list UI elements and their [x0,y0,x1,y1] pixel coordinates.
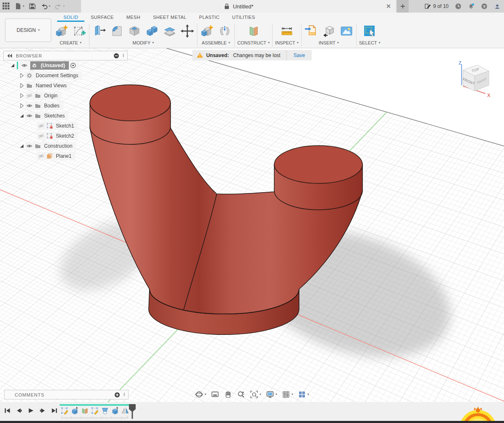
tree-collapsed-arrow-icon[interactable] [18,102,25,109]
pan-tool[interactable] [224,390,232,399]
hide-panel-icon[interactable] [113,52,120,59]
create-form-icon[interactable] [55,24,69,38]
visibility-visible-icon[interactable] [26,112,33,119]
insert-image-icon[interactable] [339,24,354,38]
tree-expanded-arrow-icon[interactable] [18,143,25,149]
timeline-feature-extrude-6[interactable] [111,407,119,415]
notifications-bell-icon[interactable] [468,3,475,10]
save-button[interactable] [29,3,36,10]
browser-item--unsaved-[interactable]: (Unsaved) [3,60,128,70]
visibility-hidden-icon[interactable] [38,153,45,159]
clock-icon[interactable] [455,3,462,10]
app-grid-button[interactable] [3,3,10,10]
ribbon-tab-plastic[interactable]: PLASTIC [193,13,226,22]
browser-item-sketch1[interactable]: Sketch1 [3,121,128,131]
measure-icon[interactable] [280,24,294,38]
browser-header[interactable]: BROWSER ‖ [3,51,128,60]
panel-grip[interactable]: ‖ [123,392,126,397]
browser-item-named-views[interactable]: Named Views [3,81,128,91]
ribbon-tab-surface[interactable]: SURFACE [84,13,120,22]
display-settings-tool[interactable]: ▾ [266,390,277,399]
promo-badge[interactable] [458,407,498,421]
create-sketch-icon[interactable] [72,24,87,38]
design-menu-button[interactable]: DESIGN ▾ [5,18,51,42]
timeline-feature-mirror-7[interactable] [121,407,129,415]
fit-tool[interactable]: ▾ [250,390,261,399]
inspect-menu[interactable]: INSPECT▾ [275,40,299,45]
job-status[interactable]: 9 of 10 [425,3,449,10]
visibility-visible-icon[interactable] [26,143,33,149]
undo-button[interactable]: ▾ [40,3,50,10]
play-button[interactable] [28,407,34,414]
orbit-tool[interactable]: ▾ [195,390,206,399]
joint-icon[interactable] [218,24,232,38]
timeline-playhead[interactable] [129,404,136,419]
tree-collapsed-arrow-icon[interactable] [18,92,25,99]
save-button[interactable]: Save [286,50,312,60]
select-menu[interactable]: SELECT▾ [359,40,381,45]
panel-grip[interactable]: ‖ [123,53,125,58]
step-forward-button[interactable] [39,407,46,414]
browser-item-origin[interactable]: Origin [3,91,128,101]
view-cube[interactable]: TOP FRONT RIGHT Z X [450,58,496,102]
browser-item-sketches[interactable]: Sketches [3,111,128,121]
timeline-feature-loft-5[interactable] [101,407,109,415]
select-icon[interactable] [362,24,377,38]
construct-menu[interactable]: CONSTRUCT▾ [237,40,270,45]
add-comment-icon[interactable] [114,392,121,398]
tree-expanded-arrow-icon[interactable] [18,112,25,119]
grid-settings-tool[interactable]: ▾ [282,390,293,399]
new-component-icon[interactable] [200,24,214,38]
visibility-hidden-icon[interactable] [26,92,33,99]
browser-item-plane1[interactable]: Plane1 [3,151,128,161]
move-icon[interactable] [180,24,194,38]
collapse-panel-icon[interactable] [6,52,13,59]
timeline-feature-sketch-4[interactable] [91,407,99,415]
tree-expanded-arrow-icon[interactable] [9,62,16,69]
insert-svg-icon[interactable]: SVG [304,24,318,38]
tree-collapsed-arrow-icon[interactable] [18,82,25,89]
comments-header[interactable]: COMMENTS ‖ [4,390,129,400]
press-pull-icon[interactable] [92,24,106,38]
skip-start-button[interactable] [4,407,10,414]
close-tab-icon[interactable]: ✕ [384,2,393,10]
step-back-button[interactable] [16,407,22,414]
document-tab[interactable]: Untitled* ✕ [81,0,396,13]
new-tab-button[interactable] [397,0,409,13]
timeline-feature-extrude-2[interactable] [71,407,79,415]
activate-component-icon[interactable] [70,62,76,69]
ribbon-tab-mesh[interactable]: MESH [120,13,147,22]
browser-item-sketch2[interactable]: Sketch2 [3,131,128,141]
tree-collapsed-arrow-icon[interactable] [18,72,25,79]
fillet-icon[interactable] [110,24,124,38]
visibility-hidden-icon[interactable] [38,123,45,129]
visibility-visible-icon[interactable] [21,62,28,69]
avatar[interactable] [494,3,501,10]
redo-button[interactable]: ▾ [55,3,65,10]
zoom-tool[interactable] [237,390,245,399]
create-menu[interactable]: CREATE▾ [60,40,81,45]
timeline-feature-sketch-1[interactable] [60,407,69,415]
browser-item-bodies[interactable]: Bodies [3,101,128,111]
derive-icon[interactable] [322,24,336,38]
visibility-hidden-icon[interactable] [38,133,45,139]
construction-plane-icon[interactable] [247,24,261,38]
visibility-visible-icon[interactable] [26,102,33,109]
modify-menu[interactable]: MODIFY▾ [133,40,154,45]
browser-item-document-settings[interactable]: Document Settings [3,70,128,81]
skip-end-button[interactable] [51,407,58,414]
split-body-icon[interactable] [163,24,177,38]
viewports-tool[interactable]: ▾ [298,390,309,399]
ribbon-tab-utilities[interactable]: UTILITIES [226,13,262,22]
timeline-feature-construction-plane-3[interactable] [81,407,89,415]
look-at-tool[interactable] [211,390,219,399]
browser-item-construction[interactable]: Construction [3,141,128,151]
ribbon-tab-solid[interactable]: SOLID [57,13,84,22]
insert-menu[interactable]: INSERT▾ [319,40,339,45]
assemble-menu[interactable]: ASSEMBLE▾ [202,40,230,45]
shell-icon[interactable] [127,24,142,38]
combine-icon[interactable] [145,24,159,38]
file-new-button[interactable]: ▾ [14,3,24,10]
ribbon-tab-sheet-metal[interactable]: SHEET METAL [147,13,193,22]
help-icon[interactable]: ? [481,3,488,10]
